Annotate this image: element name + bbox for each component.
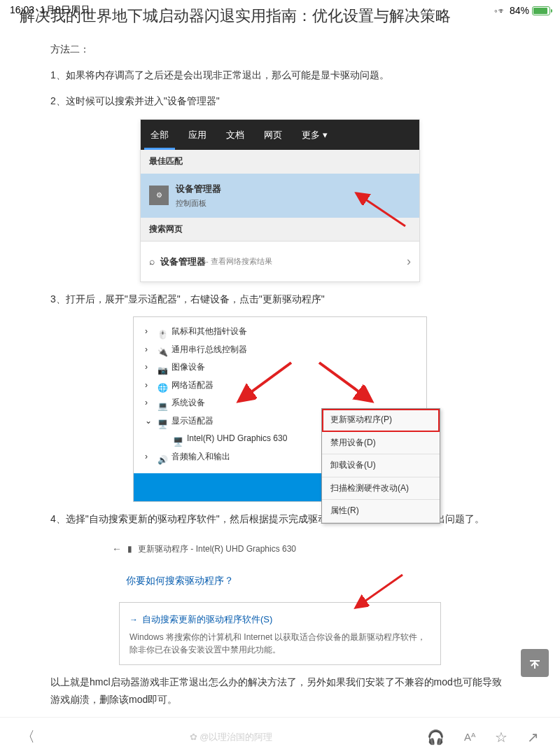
back-button[interactable]: 〈 xyxy=(21,727,35,746)
device-manager-icon: ⚙ xyxy=(149,186,169,205)
menu-disable[interactable]: 禁用设备(D) xyxy=(322,432,440,455)
share-icon[interactable]: ↗ xyxy=(527,729,539,746)
annotation-arrow xyxy=(316,359,379,408)
annotation-arrow xyxy=(232,359,295,408)
font-size-icon[interactable]: Aᴬ xyxy=(464,731,475,743)
search-icon: ⌕ xyxy=(149,253,155,270)
svg-line-2 xyxy=(239,363,291,401)
arrow-up-icon xyxy=(528,656,542,670)
page-title: 解决我的世界地下城启动器闪退实用指南：优化设置与解决策略 xyxy=(0,6,560,32)
step-text: 2、这时候可以搜索并进入"设备管理器" xyxy=(50,92,510,110)
dialog-title: 更新驱动程序 - Intel(R) UHD Graphics 630 xyxy=(138,542,296,557)
search-result-item[interactable]: ⚙ 设备管理器 控制面板 xyxy=(141,174,419,218)
back-icon[interactable]: ← xyxy=(112,540,122,558)
step-text: 1、如果将内存调高了之后还是会出现非正常退出，那么可能是显卡驱动问题。 xyxy=(50,67,510,84)
summary-text: 以上就是hmcl启动器游戏非正常退出怎么办的解决方法了，另外如果我们安装了不兼容… xyxy=(50,673,510,708)
menu-scan[interactable]: 扫描检测硬件改动(A) xyxy=(322,477,440,501)
search-tab-all[interactable]: 全部 xyxy=(141,120,178,150)
result-title: 设备管理器 xyxy=(176,181,221,197)
svg-line-1 xyxy=(356,193,405,226)
result-subtitle: 控制面板 xyxy=(176,197,221,211)
update-driver-dialog: ← ▮ 更新驱动程序 - Intel(R) UHD Graphics 630 你… xyxy=(112,536,448,665)
search-tab-apps[interactable]: 应用 xyxy=(178,120,216,150)
device-manager-mock: 🖱️鼠标和其他指针设备 🔌通用串行总线控制器 📷图像设备 🌐网络适配器 💻系统设… xyxy=(133,316,427,502)
chevron-right-icon: › xyxy=(407,250,411,272)
search-tab-web[interactable]: 网页 xyxy=(254,120,292,150)
step-text: 4、选择"自动搜索更新的驱动程序软件"，然后根据提示完成驱动更新就可以解决非正常… xyxy=(50,510,510,528)
bookmark-icon[interactable]: ☆ xyxy=(495,729,507,746)
web-search-term: 设备管理器 xyxy=(160,253,206,270)
bottom-bar: 〈 ✿ @以理治国的阿理 🎧 Aᴬ ☆ ↗ xyxy=(0,717,560,747)
article-content: 方法二： 1、如果将内存调高了之后还是会出现非正常退出，那么可能是显卡驱动问题。… xyxy=(0,41,560,708)
search-tab-docs[interactable]: 文档 xyxy=(216,120,254,150)
annotation-arrow xyxy=(350,571,406,613)
windows-search-mock: 全部 应用 文档 网页 更多 ▾ 最佳匹配 ⚙ 设备管理器 控制面板 搜索网页 … xyxy=(140,119,420,282)
web-search-item[interactable]: ⌕ 设备管理器 - 查看网络搜索结果 › xyxy=(141,241,419,281)
svg-line-4 xyxy=(356,575,402,608)
tree-item[interactable]: 🔌通用串行总线控制器 xyxy=(134,341,426,359)
context-menu: 更新驱动程序(P) 禁用设备(D) 卸载设备(U) 扫描检测硬件改动(A) 属性… xyxy=(321,408,440,524)
menu-uninstall[interactable]: 卸载设备(U) xyxy=(322,454,440,477)
watermark: ✿ @以理治国的阿理 xyxy=(190,731,273,743)
tree-item[interactable]: 🖱️鼠标和其他指针设备 xyxy=(134,323,426,341)
annotation-arrow xyxy=(349,188,412,230)
method-heading: 方法二： xyxy=(50,41,510,58)
menu-properties[interactable]: 属性(R) xyxy=(322,500,440,523)
scroll-top-button[interactable] xyxy=(521,649,549,677)
menu-update-driver[interactable]: 更新驱动程序(P) xyxy=(322,409,440,432)
step-text: 3、打开后，展开"显示适配器"，右键设备，点击"更新驱动程序" xyxy=(50,291,510,308)
option-desc: Windows 将搜索你的计算机和 Internet 以获取适合你设备的最新驱动… xyxy=(130,631,430,656)
svg-line-3 xyxy=(319,363,372,401)
headphone-icon[interactable]: 🎧 xyxy=(427,729,444,746)
arrow-right-icon: → xyxy=(130,615,138,624)
option-title: 自动搜索更新的驱动程序软件(S) xyxy=(142,614,272,624)
search-tab-more[interactable]: 更多 ▾ xyxy=(292,120,337,150)
web-search-suffix: - 查看网络搜索结果 xyxy=(206,255,272,269)
best-match-label: 最佳匹配 xyxy=(141,150,419,174)
